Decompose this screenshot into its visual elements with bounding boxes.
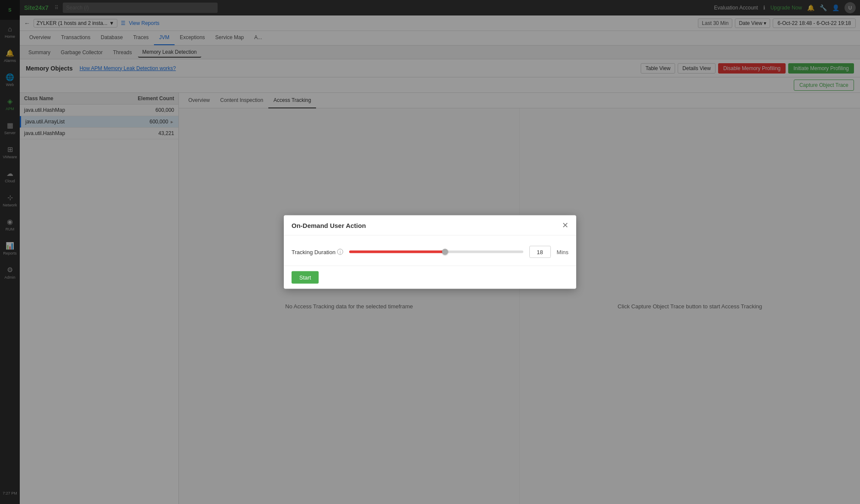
tracking-duration-label: Tracking Duration i [292, 249, 343, 255]
slider-wrapper [349, 248, 523, 256]
mins-label: Mins [557, 249, 568, 255]
start-button[interactable]: Start [292, 271, 319, 284]
tracking-duration-row: Tracking Duration i 18 Mins [292, 246, 568, 258]
on-demand-modal: On-Demand User Action ✕ Tracking Duratio… [284, 215, 576, 289]
tracking-duration-info-icon[interactable]: i [337, 249, 343, 255]
modal-title: On-Demand User Action [292, 221, 366, 229]
modal-close-button[interactable]: ✕ [562, 221, 568, 229]
modal-footer: Start [284, 266, 576, 289]
modal-header: On-Demand User Action ✕ [284, 215, 576, 236]
duration-input[interactable]: 18 [529, 246, 551, 258]
modal-body: Tracking Duration i 18 Mins [284, 236, 576, 266]
